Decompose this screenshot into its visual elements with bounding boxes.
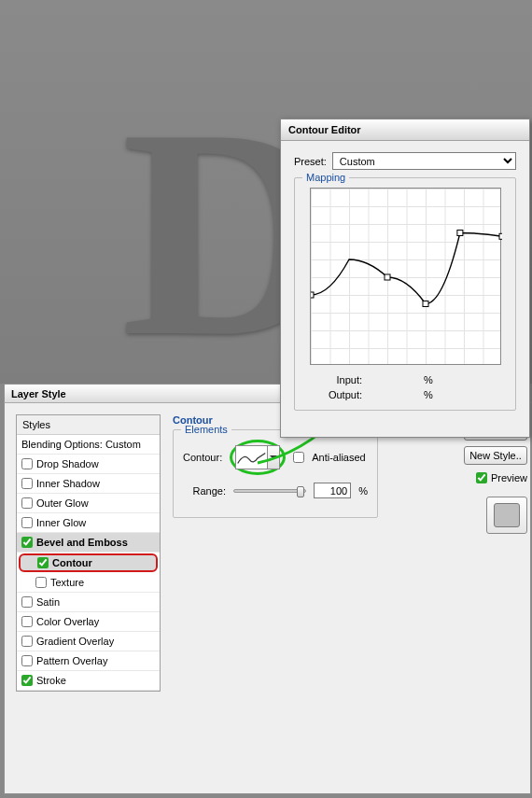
contour-curve-svg	[311, 189, 502, 366]
style-row-contour[interactable]: Contour	[19, 553, 158, 572]
preview-swatch[interactable]	[486, 497, 527, 534]
mapping-legend: Mapping	[302, 172, 349, 183]
style-row-texture[interactable]: Texture	[17, 573, 160, 593]
label-gradient-overlay: Gradient Overlay	[36, 636, 114, 647]
range-label: Range:	[183, 485, 226, 497]
dialog-right-buttons: Cancel New Style.. Preview	[464, 422, 527, 534]
elements-fieldset: Elements Contour: Anti-aliased Range: %	[173, 429, 378, 518]
layer-style-title: Layer Style	[11, 388, 66, 399]
checkbox-satin[interactable]	[21, 596, 33, 608]
checkbox-inner-glow[interactable]	[21, 517, 33, 528]
label-outer-glow: Outer Glow	[36, 497, 89, 509]
contour-editor-dialog: Contour Editor Preset: Custom Mapping In…	[280, 119, 530, 438]
style-row-inner-glow[interactable]: Inner Glow	[17, 513, 160, 533]
input-label: Input:	[317, 374, 362, 385]
checkbox-texture[interactable]	[35, 577, 47, 588]
label-contour: Contour	[52, 557, 92, 568]
input-value	[370, 374, 416, 385]
label-stroke: Stroke	[36, 675, 66, 686]
checkbox-pattern-overlay[interactable]	[21, 655, 33, 666]
range-input[interactable]	[314, 483, 351, 498]
label-texture: Texture	[50, 577, 84, 588]
anti-aliased-label: Anti-aliased	[312, 452, 365, 463]
style-row-gradient-overlay[interactable]: Gradient Overlay	[17, 632, 160, 651]
svg-rect-0	[311, 292, 314, 298]
input-unit: %	[424, 374, 433, 385]
styles-column: Styles Blending Options: Custom Drop Sha…	[16, 414, 161, 692]
output-unit: %	[424, 389, 433, 400]
svg-rect-4	[499, 233, 502, 239]
styles-header[interactable]: Styles	[17, 415, 160, 435]
range-slider[interactable]	[233, 489, 306, 493]
checkbox-anti-aliased[interactable]	[293, 452, 304, 463]
checkbox-color-overlay[interactable]	[21, 616, 33, 627]
output-value	[370, 389, 416, 400]
contour-editor-title: Contour Editor	[288, 124, 361, 135]
contour-thumbnail[interactable]	[235, 445, 267, 469]
style-row-bevel-emboss[interactable]: Bevel and Emboss	[17, 533, 160, 553]
label-inner-shadow: Inner Shadow	[36, 478, 100, 489]
style-row-satin[interactable]: Satin	[17, 593, 160, 612]
checkbox-gradient-overlay[interactable]	[21, 636, 33, 647]
range-unit: %	[358, 485, 368, 497]
svg-rect-3	[456, 231, 462, 236]
style-row-stroke[interactable]: Stroke	[17, 671, 160, 691]
blending-options-row[interactable]: Blending Options: Custom	[17, 435, 160, 455]
style-row-outer-glow[interactable]: Outer Glow	[17, 494, 160, 513]
style-row-drop-shadow[interactable]: Drop Shadow	[17, 455, 160, 474]
contour-picker-highlight	[230, 440, 286, 475]
label-bevel-emboss: Bevel and Emboss	[36, 537, 128, 548]
preset-label: Preset:	[294, 156, 327, 167]
checkbox-outer-glow[interactable]	[21, 497, 33, 509]
contour-dropdown-button[interactable]	[267, 445, 280, 469]
contour-editor-titlebar[interactable]: Contour Editor	[281, 119, 529, 141]
preview-swatch-inner	[494, 503, 520, 527]
new-style-button-label: New Style..	[469, 450, 522, 461]
elements-legend: Elements	[181, 424, 231, 435]
label-color-overlay: Color Overlay	[36, 616, 99, 627]
checkbox-stroke[interactable]	[21, 675, 33, 686]
label-inner-glow: Inner Glow	[36, 517, 86, 528]
preset-select[interactable]: Custom	[332, 152, 516, 170]
label-drop-shadow: Drop Shadow	[36, 458, 99, 469]
blending-options-label: Blending Options: Custom	[21, 439, 141, 450]
label-pattern-overlay: Pattern Overlay	[36, 655, 107, 666]
style-row-color-overlay[interactable]: Color Overlay	[17, 612, 160, 632]
checkbox-preview[interactable]	[476, 472, 487, 483]
checkbox-bevel-emboss[interactable]	[21, 537, 33, 548]
contour-curve-grid[interactable]	[310, 188, 501, 365]
style-row-pattern-overlay[interactable]: Pattern Overlay	[17, 651, 160, 671]
svg-rect-1	[385, 274, 390, 280]
checkbox-contour[interactable]	[37, 557, 49, 568]
range-slider-knob[interactable]	[297, 486, 304, 497]
checkbox-inner-shadow[interactable]	[21, 478, 33, 489]
styles-list: Blending Options: Custom Drop Shadow Inn…	[17, 435, 160, 691]
output-label: Output:	[317, 389, 362, 400]
checkbox-drop-shadow[interactable]	[21, 458, 33, 469]
layer-style-dialog: Styles Blending Options: Custom Drop Sha…	[4, 403, 531, 794]
preview-label: Preview	[491, 472, 527, 483]
svg-rect-2	[423, 301, 428, 307]
contour-label: Contour:	[183, 452, 222, 463]
style-row-inner-shadow[interactable]: Inner Shadow	[17, 474, 160, 494]
new-style-button[interactable]: New Style..	[464, 446, 527, 465]
label-satin: Satin	[36, 596, 60, 608]
mapping-fieldset: Mapping Input:% Output:%	[294, 177, 516, 411]
